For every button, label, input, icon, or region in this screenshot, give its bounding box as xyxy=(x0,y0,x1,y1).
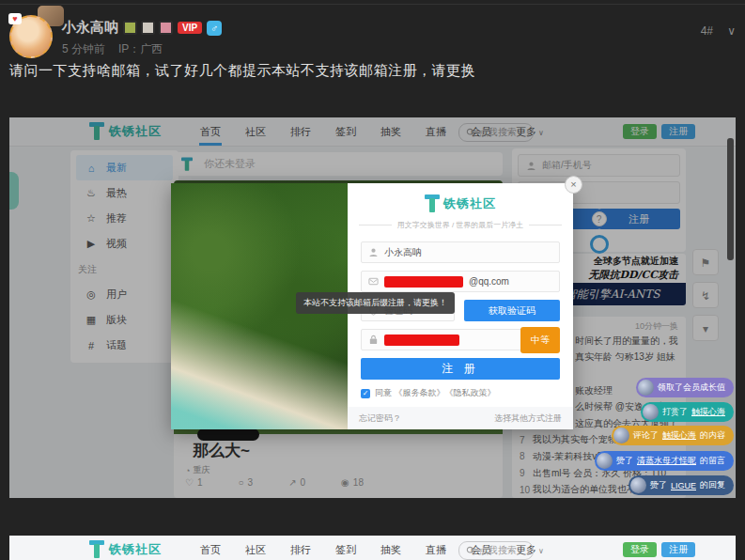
modal-tagline: 用文字交换世界 / 世界的最后一片净土 xyxy=(359,220,562,230)
site-logo-icon xyxy=(89,540,104,558)
login-button[interactable]: 登录 xyxy=(623,542,657,557)
heart-badge-icon: ♥ xyxy=(8,13,22,24)
agreement-row: ✓ 同意 《服务条款》《隐私政策》 xyxy=(361,387,560,399)
post-header: ♥ 小永高呐 VIP ♂ 5 分钟前IP：广西 4# ∨ xyxy=(8,11,739,66)
redaction-email xyxy=(384,276,463,288)
email-field[interactable]: @qq.com xyxy=(361,271,560,292)
chevron-down-icon: ∨ xyxy=(538,547,544,555)
lock-icon xyxy=(368,334,379,345)
close-icon[interactable]: × xyxy=(565,176,582,194)
site-header: 铁锈社区 首页社区排行签到抽奖直播会员更多∨ 点我搜索 登录 注册 xyxy=(9,536,736,560)
register-modal: × 铁锈社区 用文字交换世界 / 世界的最后一片净土 小永高呐 @qq.com … xyxy=(171,183,573,429)
post-content: 请问一下支持啥邮箱，试了好几个都提示本站不支持该邮箱注册，请更换 xyxy=(9,62,475,80)
search-placeholder: 点我搜索 xyxy=(479,544,517,557)
level-badge-icon xyxy=(159,21,173,35)
avatar[interactable]: ♥ xyxy=(9,15,53,58)
modal-logo: 铁锈社区 xyxy=(348,183,573,212)
modal-footer: 忘记密码？ 选择其他方式注册 xyxy=(348,407,573,429)
username-value: 小永高呐 xyxy=(384,246,422,259)
site-logo-icon xyxy=(425,194,440,212)
password-strength-badge: 中等 xyxy=(520,327,560,353)
modal-logo-text: 铁锈社区 xyxy=(443,195,496,212)
mail-icon xyxy=(368,276,379,287)
nav-item[interactable]: 排行 xyxy=(278,536,323,560)
post-image-screenshot-1[interactable]: 铁锈社区 首页社区排行签到抽奖直播会员更多∨ 点我搜索 登录 注册 ⌂最新♨最热… xyxy=(9,117,736,498)
get-code-button[interactable]: 获取验证码 xyxy=(464,300,560,321)
forgot-password-link[interactable]: 忘记密码？ xyxy=(359,412,401,425)
nav-item[interactable]: 签到 xyxy=(323,536,368,560)
site-logo-text: 铁锈社区 xyxy=(109,541,162,558)
nav-item[interactable]: 社区 xyxy=(233,536,278,560)
post-time: 5 分钟前 xyxy=(62,42,105,55)
username-field[interactable]: 小永高呐 xyxy=(361,241,560,263)
person-icon xyxy=(368,247,379,257)
redaction-password xyxy=(384,334,459,346)
gender-male-icon: ♂ xyxy=(207,21,222,36)
agreement-text[interactable]: 同意 《服务条款》《隐私政策》 xyxy=(375,387,496,399)
password-field[interactable]: 中等 xyxy=(361,329,560,350)
post-meta: 5 分钟前IP：广西 xyxy=(62,41,176,57)
level-badge-icon xyxy=(141,21,155,35)
error-tooltip: 本站不支持该邮箱后缀注册，请更换！ xyxy=(296,292,455,314)
vip-badge: VIP xyxy=(178,22,202,34)
post-divider xyxy=(0,4,745,5)
site-logo[interactable]: 铁锈社区 xyxy=(89,540,162,558)
register-submit-button[interactable]: 注 册 xyxy=(361,358,560,380)
level-badge-icon xyxy=(123,21,137,35)
email-domain: @qq.com xyxy=(469,276,509,287)
nav-item[interactable]: 直播 xyxy=(413,536,458,560)
author-row: 小永高呐 VIP ♂ xyxy=(62,19,222,37)
search-icon xyxy=(466,546,475,555)
register-button[interactable]: 注册 xyxy=(661,542,695,557)
floor-number: 4# xyxy=(701,24,713,38)
nav-item[interactable]: 首页 xyxy=(188,536,233,560)
search-box[interactable]: 点我搜索 xyxy=(458,541,534,560)
other-register-link[interactable]: 选择其他方式注册 xyxy=(494,412,562,425)
username[interactable]: 小永高呐 xyxy=(62,19,118,37)
post-image-screenshot-2[interactable]: 铁锈社区 首页社区排行签到抽奖直播会员更多∨ 点我搜索 登录 注册 xyxy=(9,536,736,560)
collapse-chevron-icon[interactable]: ∨ xyxy=(727,24,736,38)
level-badges xyxy=(123,21,173,35)
scrollbar-thumb[interactable] xyxy=(727,138,734,260)
nav-item[interactable]: 抽奖 xyxy=(368,536,413,560)
checkbox-checked-icon[interactable]: ✓ xyxy=(361,389,370,398)
post-ip: IP：广西 xyxy=(118,42,163,55)
